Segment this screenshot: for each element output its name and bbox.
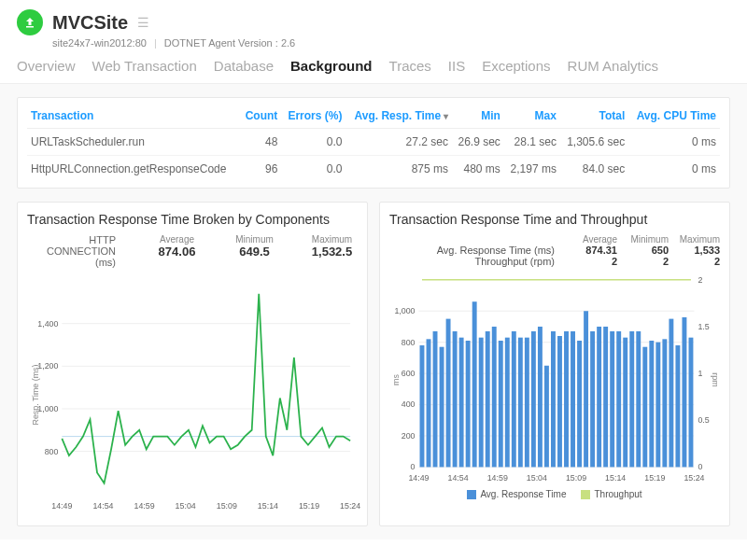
svg-rect-66 <box>623 338 627 468</box>
svg-rect-41 <box>459 338 464 468</box>
svg-text:15:24: 15:24 <box>340 501 360 511</box>
tab-exceptions[interactable]: Exceptions <box>482 58 550 77</box>
chart-title: Transaction Response Time Broken by Comp… <box>27 212 358 227</box>
svg-rect-65 <box>616 331 621 467</box>
svg-rect-53 <box>538 327 543 467</box>
svg-rect-67 <box>629 331 634 467</box>
svg-rect-39 <box>446 319 451 468</box>
svg-rect-73 <box>669 319 673 468</box>
svg-rect-74 <box>675 345 680 467</box>
svg-rect-45 <box>486 331 490 467</box>
svg-rect-51 <box>525 338 529 468</box>
tab-overview[interactable]: Overview <box>17 58 76 77</box>
svg-text:Resp. Time (ms): Resp. Time (ms) <box>31 365 40 426</box>
svg-text:0.5: 0.5 <box>698 415 709 425</box>
tab-iis[interactable]: IIS <box>448 58 465 77</box>
svg-text:1,000: 1,000 <box>37 404 58 413</box>
chart2-stats: AverageMinimumMaximum Avg. Response Time… <box>389 234 720 267</box>
chart-components: Transaction Response Time Broken by Comp… <box>17 202 368 526</box>
svg-text:15:09: 15:09 <box>217 501 237 511</box>
svg-text:1,200: 1,200 <box>37 361 58 371</box>
svg-text:14:54: 14:54 <box>92 501 113 511</box>
subtitle: site24x7-win2012:80|DOTNET Agent Version… <box>52 37 730 49</box>
svg-text:15:14: 15:14 <box>258 501 278 511</box>
sort-desc-icon: ▾ <box>441 111 448 121</box>
svg-rect-55 <box>551 331 556 467</box>
svg-text:14:59: 14:59 <box>487 473 508 483</box>
svg-text:800: 800 <box>45 447 59 456</box>
svg-rect-49 <box>512 331 516 467</box>
svg-text:15:04: 15:04 <box>176 501 196 511</box>
tab-background[interactable]: Background <box>290 58 373 77</box>
svg-text:2: 2 <box>698 275 702 285</box>
svg-rect-42 <box>466 341 471 467</box>
svg-text:ms: ms <box>391 374 401 385</box>
col-header[interactable]: Min <box>452 104 504 129</box>
bar-chart[interactable]: 02004006008001,00000.511.5214:4914:5414:… <box>389 273 720 487</box>
tab-traces[interactable]: Traces <box>389 58 431 77</box>
table-row[interactable]: HttpURLConnection.getResponseCode960.087… <box>27 156 720 183</box>
chart-throughput: Transaction Response Time and Throughput… <box>379 202 730 526</box>
svg-text:1,000: 1,000 <box>394 306 415 315</box>
svg-rect-59 <box>577 341 582 467</box>
col-header[interactable]: Errors (%) <box>281 104 345 129</box>
svg-text:1,400: 1,400 <box>37 319 58 329</box>
svg-text:1: 1 <box>698 369 702 378</box>
svg-rect-50 <box>518 338 523 468</box>
svg-rect-61 <box>590 331 595 467</box>
svg-rect-57 <box>564 331 569 467</box>
svg-rect-62 <box>597 327 601 467</box>
col-header[interactable]: Count <box>240 104 282 129</box>
upload-button[interactable] <box>17 9 43 35</box>
tab-rum-analytics[interactable]: RUM Analytics <box>568 58 659 77</box>
svg-text:600: 600 <box>402 369 416 378</box>
svg-text:15:24: 15:24 <box>684 473 704 483</box>
svg-rect-37 <box>433 331 438 467</box>
legend: Avg. Response Time Throughput <box>389 489 720 499</box>
chart-title: Transaction Response Time and Throughput <box>389 212 720 227</box>
svg-text:1.5: 1.5 <box>698 322 709 331</box>
svg-text:15:09: 15:09 <box>566 473 586 483</box>
svg-rect-43 <box>472 301 477 467</box>
svg-rect-58 <box>571 331 575 467</box>
svg-text:0: 0 <box>698 462 702 471</box>
svg-text:15:14: 15:14 <box>605 473 626 483</box>
svg-text:14:54: 14:54 <box>448 473 469 483</box>
col-header[interactable]: Avg. CPU Time <box>628 104 720 129</box>
svg-rect-54 <box>544 366 549 468</box>
svg-rect-60 <box>584 311 588 467</box>
svg-rect-76 <box>688 338 693 468</box>
col-header[interactable]: Total <box>560 104 628 129</box>
chart1-stats: HTTP CONNECTION (ms) Average874.06 Minim… <box>27 234 358 268</box>
nav-tabs: OverviewWeb TransactionDatabaseBackgroun… <box>0 58 747 84</box>
hamburger-icon[interactable]: ☰ <box>137 15 148 30</box>
tab-web-transaction[interactable]: Web Transaction <box>92 58 197 77</box>
svg-rect-56 <box>557 336 562 467</box>
table-row[interactable]: URLTaskScheduler.run480.027.2 sec26.9 se… <box>27 129 720 156</box>
col-header[interactable]: Max <box>504 104 560 129</box>
svg-rect-40 <box>453 331 458 467</box>
svg-rect-68 <box>636 331 641 467</box>
svg-rect-52 <box>531 331 536 467</box>
svg-rect-47 <box>499 341 503 467</box>
svg-rect-72 <box>662 339 667 467</box>
svg-text:400: 400 <box>402 400 416 410</box>
svg-rect-64 <box>610 331 614 467</box>
tab-database[interactable]: Database <box>214 58 274 77</box>
svg-text:14:49: 14:49 <box>51 501 72 511</box>
svg-rect-75 <box>682 317 686 467</box>
svg-rect-38 <box>440 347 444 468</box>
app-title: MVCSite <box>52 12 128 34</box>
svg-rect-44 <box>479 338 484 468</box>
svg-rect-71 <box>655 343 660 468</box>
col-header[interactable]: Avg. Resp. Time ▾ <box>345 104 452 129</box>
svg-text:15:19: 15:19 <box>299 501 319 511</box>
svg-text:14:49: 14:49 <box>408 473 429 483</box>
svg-rect-69 <box>642 347 647 468</box>
svg-text:rpm: rpm <box>711 372 720 386</box>
col-header[interactable]: Transaction <box>27 104 240 129</box>
svg-text:15:04: 15:04 <box>527 473 547 483</box>
svg-text:200: 200 <box>402 431 416 441</box>
line-chart[interactable]: 8001,0001,2001,40014:4914:5414:5915:0415… <box>27 273 358 516</box>
transactions-table: TransactionCountErrors (%)Avg. Resp. Tim… <box>17 97 730 189</box>
